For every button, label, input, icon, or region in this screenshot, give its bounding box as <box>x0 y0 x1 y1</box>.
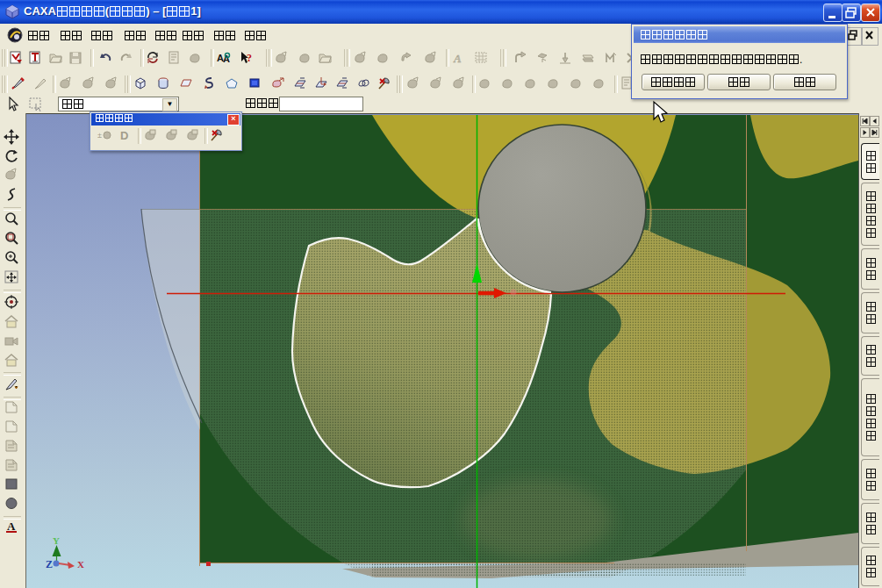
svg-text:A: A <box>7 520 16 533</box>
svg-text:±: ± <box>97 131 102 140</box>
svg-text:X: X <box>77 559 84 570</box>
svg-text:Z: Z <box>46 558 53 570</box>
svg-text:?: ? <box>247 52 252 64</box>
svg-text:Y: Y <box>53 535 60 546</box>
svg-text:A: A <box>453 52 462 65</box>
svg-text:D: D <box>120 129 128 142</box>
